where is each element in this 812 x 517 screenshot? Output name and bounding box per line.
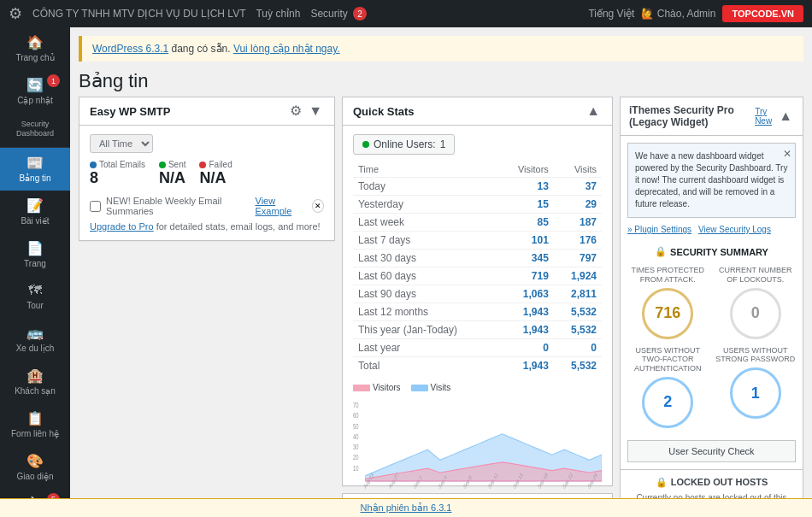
security-link[interactable]: Security 2 <box>310 7 367 21</box>
row-visits[interactable]: 0 <box>554 339 602 357</box>
update-now-link[interactable]: Vui lòng cập nhật ngay. <box>233 43 340 55</box>
row-visits[interactable]: 5,532 <box>554 357 602 375</box>
notice-close-btn[interactable]: ✕ <box>783 147 791 162</box>
sidebar-item-plugin[interactable]: 🔌 Plugin 5 <box>0 489 70 498</box>
svg-text:50: 50 <box>353 421 359 431</box>
lockouts-label: CURRENT NUMBER OF LOCKOUTS. <box>715 266 797 285</box>
smtp-widget-body: All Time Total Emails 8 <box>79 126 334 240</box>
quick-stats-toggle-btn[interactable]: ▲ <box>585 104 602 118</box>
locked-hosts-title: 🔒 LOCKED OUT HOSTS <box>627 477 796 488</box>
ithemes-title: iThemes Security Pro (Legacy Widget) <box>629 104 755 128</box>
smtp-collapse-btn[interactable]: ▼ <box>307 104 324 118</box>
wp-version-link[interactable]: WordPress 6.3.1 <box>92 43 168 55</box>
row-time: Last 60 days <box>353 267 499 285</box>
smtp-configure-btn[interactable]: ⚙ <box>288 104 303 118</box>
smtp-checkbox-row: NEW! Enable Weekly Email Summaries View … <box>90 196 324 216</box>
smtp-time-filter[interactable]: All Time <box>90 134 153 153</box>
row-visits[interactable]: 797 <box>554 250 602 267</box>
row-visits[interactable]: 37 <box>554 178 602 196</box>
row-visitors[interactable]: 1,943 <box>499 321 554 339</box>
svg-text:10: 10 <box>353 463 359 473</box>
quick-stats-body: Online Users: 1 Time Visitors Visits <box>343 126 612 485</box>
row-visitors[interactable]: 1,063 <box>499 285 554 303</box>
two-factor-item: USERS WITHOUT TWO-FACTOR AUTHENTICATION … <box>627 346 709 428</box>
footer-bar: Nhận phiên bản 6.3.1 <box>0 498 812 517</box>
column-2: Quick Stats ▲ Online Users: 1 <box>342 97 613 498</box>
row-time: Last 12 months <box>353 303 499 321</box>
row-visits[interactable]: 187 <box>554 214 602 232</box>
brand-logo: TOPCODE.VN <box>722 5 803 22</box>
sidebar-label-cap-nhat: Cập nhật <box>17 96 52 106</box>
table-row: Yesterday1529 <box>353 196 602 214</box>
row-visitors[interactable]: 15 <box>499 196 554 214</box>
row-visits[interactable]: 5,532 <box>554 303 602 321</box>
table-row: Last 12 months1,9435,532 <box>353 303 602 321</box>
table-row: Last 60 days7191,924 <box>353 267 602 285</box>
weekly-email-checkbox[interactable] <box>90 201 101 212</box>
tuy-chinh-link[interactable]: Tuỳ chỉnh <box>256 8 300 20</box>
security-badge: 2 <box>353 7 367 21</box>
row-visitors[interactable]: 13 <box>499 178 554 196</box>
ithemes-collapse-btn[interactable]: ▲ <box>777 109 794 123</box>
ithemes-notice: ✕ We have a new dashboard widget powered… <box>627 143 796 218</box>
try-new-link[interactable]: Try New <box>755 107 772 126</box>
row-visitors[interactable]: 1,943 <box>499 303 554 321</box>
sidebar-item-bang-tin[interactable]: 📰 Bảng tin <box>0 148 70 191</box>
row-time: This year (Jan-Today) <box>353 321 499 339</box>
table-row: Last year00 <box>353 339 602 357</box>
plugin-settings-link[interactable]: » Plugin Settings <box>627 225 691 234</box>
sidebar-item-xe-du-lich[interactable]: 🚌 Xe du lịch <box>0 318 70 361</box>
two-factor-label: USERS WITHOUT TWO-FACTOR AUTHENTICATION <box>627 346 709 373</box>
sidebar-item-giao-dien[interactable]: 🎨 Giao diện <box>0 446 70 489</box>
row-visits[interactable]: 2,811 <box>554 285 602 303</box>
row-visits[interactable]: 5,532 <box>554 321 602 339</box>
row-time: Last year <box>353 339 499 357</box>
lockouts-item: CURRENT NUMBER OF LOCKOUTS. 0 <box>715 266 797 339</box>
svg-text:60: 60 <box>353 411 359 420</box>
row-visits[interactable]: 176 <box>554 232 602 250</box>
view-example-link[interactable]: View Example <box>256 196 307 216</box>
sidebar-item-tour[interactable]: 🗺 Tour <box>0 276 70 318</box>
online-users-count: 1 <box>440 138 446 150</box>
sidebar-item-cap-nhat[interactable]: 🔄 Cập nhật 1 <box>0 70 70 113</box>
row-time: Last week <box>353 214 499 232</box>
sidebar-item-khach-san[interactable]: 🏨 Khách sạn <box>0 361 70 403</box>
failed-value: N/A <box>199 169 232 187</box>
row-visitors[interactable]: 101 <box>499 232 554 250</box>
row-time: Last 30 days <box>353 250 499 267</box>
sidebar-item-trang[interactable]: 📄 Trang <box>0 233 70 276</box>
lock-icon: 🔒 <box>656 477 668 488</box>
strong-password-label: USERS WITHOUT STRONG PASSWORD <box>715 346 797 365</box>
sidebar-item-bai-viet[interactable]: 📝 Bài viết <box>0 191 70 233</box>
language-selector[interactable]: Tiếng Việt <box>588 8 634 20</box>
row-visitors[interactable]: 345 <box>499 250 554 267</box>
legend-visitors-label: Visitors <box>373 383 401 392</box>
protected-value: 716 <box>642 288 693 339</box>
smtp-info-btn[interactable]: ✕ <box>312 199 324 213</box>
svg-text:30: 30 <box>353 443 359 452</box>
row-visits[interactable]: 29 <box>554 196 602 214</box>
row-visitors[interactable]: 1,943 <box>499 357 554 375</box>
sidebar-label-trang-chu: Trang chủ <box>15 53 54 63</box>
sidebar-item-trang-chu[interactable]: 🏠 Trang chủ <box>0 27 70 70</box>
row-visitors[interactable]: 719 <box>499 267 554 285</box>
bang-tin-icon: 📰 <box>26 155 44 171</box>
row-time: Yesterday <box>353 196 499 214</box>
smtp-widget-controls: ⚙ ▼ <box>288 104 324 118</box>
sidebar-item-security-dashboard[interactable]: Security Dashboard <box>0 113 70 145</box>
weekly-email-label: NEW! Enable Weekly Email Summaries <box>106 196 250 216</box>
user-security-btn[interactable]: User Security Check <box>627 440 796 462</box>
protected-label: TIMES PROTECTED FROM ATTACK. <box>627 266 709 285</box>
version-link[interactable]: Nhận phiên bản 6.3.1 <box>361 502 452 513</box>
row-visits[interactable]: 1,924 <box>554 267 602 285</box>
row-visitors[interactable]: 0 <box>499 339 554 357</box>
sidebar-item-form-lien-he[interactable]: 📋 Form liên hệ <box>0 403 70 446</box>
company-name[interactable]: CÔNG TY TNHH MTV DỊCH VỤ DU LỊCH LVT <box>32 8 245 20</box>
security-log-link[interactable]: View Security Logs <box>698 225 771 234</box>
row-visitors[interactable]: 85 <box>499 214 554 232</box>
quick-stats-widget: Quick Stats ▲ Online Users: 1 <box>342 97 613 486</box>
col-visits: Visits <box>554 162 602 178</box>
legend-visitors: Visitors <box>353 383 401 392</box>
upgrade-link[interactable]: Upgrade to Pro <box>90 221 154 232</box>
giao-dien-icon: 🎨 <box>26 453 44 469</box>
